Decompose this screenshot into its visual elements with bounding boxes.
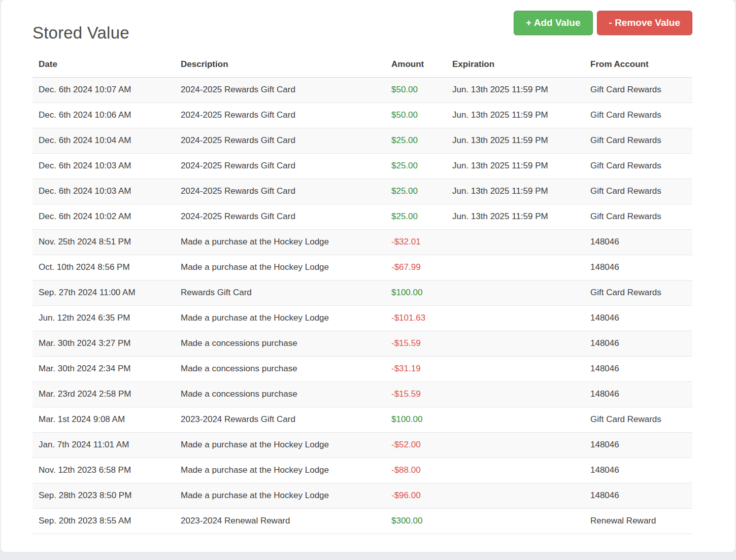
cell-from-account: 148046 — [584, 356, 692, 381]
cell-from-account: 148046 — [584, 432, 692, 458]
cell-amount: $25.00 — [385, 179, 446, 204]
cell-from-account: Gift Card Rewards — [584, 102, 692, 128]
cell-from-account: Gift Card Rewards — [584, 128, 692, 153]
cell-from-account: 148046 — [584, 255, 692, 280]
cell-expiration: Jun. 13th 2025 11:59 PM — [446, 77, 584, 102]
button-group: + Add Value - Remove Value — [514, 11, 692, 35]
table-row: Dec. 6th 2024 10:07 AM 2024-2025 Rewards… — [32, 77, 692, 102]
cell-description: Made a purchase at the Hockey Lodge — [175, 432, 385, 458]
cell-description: 2023-2024 Renewal Reward — [175, 508, 385, 534]
table-row: Mar. 30th 2024 2:34 PM Made a concession… — [32, 356, 692, 381]
cell-from-account: 148046 — [584, 458, 692, 483]
remove-value-button[interactable]: - Remove Value — [597, 11, 692, 35]
cell-amount: $50.00 — [385, 102, 446, 128]
cell-date: Mar. 23rd 2024 2:58 PM — [32, 381, 175, 407]
cell-expiration: Jun. 13th 2025 11:59 PM — [446, 102, 584, 128]
cell-date: Sep. 28th 2023 8:50 PM — [32, 483, 175, 508]
cell-date: Dec. 6th 2024 10:02 AM — [32, 204, 175, 229]
cell-description: 2024-2025 Rewards Gift Card — [175, 128, 385, 153]
cell-from-account: Gift Card Rewards — [584, 77, 692, 102]
cell-amount: -$31.19 — [385, 356, 446, 381]
cell-from-account: Renewal Reward — [584, 508, 692, 534]
cell-date: Dec. 6th 2024 10:04 AM — [32, 128, 175, 153]
cell-from-account: 148046 — [584, 305, 692, 331]
cell-description: 2024-2025 Rewards Gift Card — [175, 153, 385, 179]
cell-description: Made a purchase at the Hockey Lodge — [175, 458, 385, 483]
cell-description: Made a purchase at the Hockey Lodge — [175, 229, 385, 255]
cell-expiration — [446, 356, 584, 381]
add-value-button[interactable]: + Add Value — [514, 11, 593, 35]
table-row: Mar. 23rd 2024 2:58 PM Made a concession… — [32, 381, 692, 407]
cell-expiration — [446, 229, 584, 255]
cell-expiration: Jun. 13th 2025 11:59 PM — [446, 179, 584, 204]
table-row: Mar. 1st 2024 9:08 AM 2023-2024 Rewards … — [32, 407, 692, 432]
table-row: Dec. 6th 2024 10:03 AM 2024-2025 Rewards… — [32, 153, 692, 179]
table-row: Mar. 30th 2024 3:27 PM Made a concession… — [32, 331, 692, 356]
cell-from-account: Gift Card Rewards — [584, 153, 692, 179]
cell-date: Nov. 12th 2023 6:58 PM — [32, 458, 175, 483]
cell-amount: $100.00 — [385, 407, 446, 432]
cell-expiration: Jun. 13th 2025 11:59 PM — [446, 128, 584, 153]
table-row: Nov. 25th 2024 8:51 PM Made a purchase a… — [32, 229, 692, 255]
page-title: Stored Value — [32, 23, 129, 43]
cell-description: Made a purchase at the Hockey Lodge — [175, 483, 385, 508]
table-row: Oct. 10th 2024 8:56 PM Made a purchase a… — [32, 255, 692, 280]
cell-description: 2024-2025 Rewards Gift Card — [175, 77, 385, 102]
table-row: Sep. 27th 2024 11:00 AM Rewards Gift Car… — [32, 280, 692, 305]
cell-expiration: Jun. 13th 2025 11:59 PM — [446, 153, 584, 179]
cell-date: Nov. 25th 2024 8:51 PM — [32, 229, 175, 255]
column-header-date: Date — [32, 52, 175, 77]
cell-date: Dec. 6th 2024 10:07 AM — [32, 77, 175, 102]
cell-amount: -$101.63 — [385, 305, 446, 331]
cell-from-account: Gift Card Rewards — [584, 407, 692, 432]
cell-date: Jan. 7th 2024 11:01 AM — [32, 432, 175, 458]
cell-date: Mar. 30th 2024 2:34 PM — [32, 356, 175, 381]
table-header-row: Date Description Amount Expiration From … — [32, 52, 692, 77]
cell-description: Made a concessions purchase — [175, 356, 385, 381]
cell-date: Oct. 10th 2024 8:56 PM — [32, 255, 175, 280]
cell-description: Made a concessions purchase — [175, 331, 385, 356]
table-body: Dec. 6th 2024 10:07 AM 2024-2025 Rewards… — [32, 77, 692, 534]
main-panel: Stored Value + Add Value - Remove Value … — [1, 0, 735, 552]
cell-date: Dec. 6th 2024 10:06 AM — [32, 102, 175, 128]
table-row: Dec. 6th 2024 10:03 AM 2024-2025 Rewards… — [32, 179, 692, 204]
cell-expiration — [446, 508, 584, 534]
table-row: Dec. 6th 2024 10:06 AM 2024-2025 Rewards… — [32, 102, 692, 128]
cell-amount: $25.00 — [385, 204, 446, 229]
column-header-expiration: Expiration — [446, 52, 584, 77]
cell-expiration — [446, 432, 584, 458]
cell-description: 2024-2025 Rewards Gift Card — [175, 179, 385, 204]
cell-amount: -$52.00 — [385, 432, 446, 458]
cell-expiration — [446, 381, 584, 407]
column-header-amount: Amount — [385, 52, 446, 77]
cell-expiration — [446, 483, 584, 508]
cell-amount: $100.00 — [385, 280, 446, 305]
table-row: Dec. 6th 2024 10:04 AM 2024-2025 Rewards… — [32, 128, 692, 153]
cell-amount: $25.00 — [385, 128, 446, 153]
cell-description: Rewards Gift Card — [175, 280, 385, 305]
cell-expiration — [446, 458, 584, 483]
cell-expiration: Jun. 13th 2025 11:59 PM — [446, 204, 584, 229]
topbar: Stored Value + Add Value - Remove Value — [32, 0, 692, 52]
table-row: Dec. 6th 2024 10:02 AM 2024-2025 Rewards… — [32, 204, 692, 229]
cell-description: Made a purchase at the Hockey Lodge — [175, 255, 385, 280]
cell-amount: $25.00 — [385, 153, 446, 179]
cell-from-account: 148046 — [584, 229, 692, 255]
cell-amount: -$15.59 — [385, 381, 446, 407]
column-header-description: Description — [175, 52, 385, 77]
cell-expiration — [446, 255, 584, 280]
cell-amount: -$88.00 — [385, 458, 446, 483]
cell-date: Jun. 12th 2024 6:35 PM — [32, 305, 175, 331]
cell-date: Dec. 6th 2024 10:03 AM — [32, 153, 175, 179]
cell-amount: -$32.01 — [385, 229, 446, 255]
table-row: Jun. 12th 2024 6:35 PM Made a purchase a… — [32, 305, 692, 331]
cell-date: Sep. 27th 2024 11:00 AM — [32, 280, 175, 305]
cell-amount: -$67.99 — [385, 255, 446, 280]
cell-from-account: Gift Card Rewards — [584, 280, 692, 305]
cell-amount: -$15.59 — [385, 331, 446, 356]
cell-from-account: Gift Card Rewards — [584, 204, 692, 229]
cell-expiration — [446, 331, 584, 356]
cell-expiration — [446, 280, 584, 305]
cell-date: Sep. 20th 2023 8:55 AM — [32, 508, 175, 534]
stored-value-table: Date Description Amount Expiration From … — [32, 52, 692, 534]
